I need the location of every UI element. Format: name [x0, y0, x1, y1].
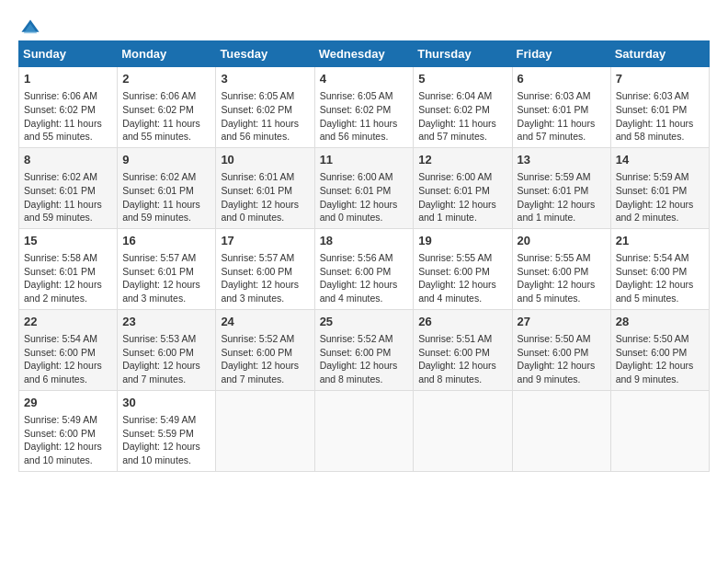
- calendar-header-saturday: Saturday: [610, 41, 709, 67]
- calendar-cell: 6Sunrise: 6:03 AMSunset: 6:01 PMDaylight…: [512, 67, 610, 148]
- calendar-cell: [512, 390, 610, 471]
- day-info-line: Sunrise: 6:04 AM: [418, 90, 492, 101]
- day-info-line: Daylight: 11 hours: [418, 118, 496, 129]
- calendar-cell: 30Sunrise: 5:49 AMSunset: 5:59 PMDayligh…: [118, 390, 216, 471]
- calendar-cell: 21Sunrise: 5:54 AMSunset: 6:00 PMDayligh…: [610, 228, 709, 309]
- day-number: 10: [221, 152, 309, 168]
- day-info-line: Sunset: 6:02 PM: [221, 104, 292, 115]
- day-info-line: Daylight: 11 hours: [122, 118, 200, 129]
- day-number: 12: [418, 152, 506, 168]
- day-info-line: Daylight: 12 hours: [518, 360, 596, 371]
- day-info-line: Daylight: 12 hours: [24, 441, 102, 452]
- day-info-line: and 5 minutes.: [518, 293, 581, 304]
- calendar-cell: 23Sunrise: 5:53 AMSunset: 6:00 PMDayligh…: [118, 309, 216, 390]
- day-number: 22: [24, 314, 112, 330]
- day-info-line: Sunrise: 5:54 AM: [616, 252, 689, 263]
- calendar-header-monday: Monday: [118, 41, 216, 67]
- day-info-line: Sunset: 6:01 PM: [221, 185, 292, 196]
- day-info-line: and 7 minutes.: [221, 373, 284, 385]
- day-number: 23: [122, 314, 210, 330]
- day-info-line: Sunset: 6:00 PM: [24, 347, 96, 358]
- day-info-line: Sunset: 6:02 PM: [122, 104, 194, 115]
- day-info-line: Sunset: 6:01 PM: [616, 104, 688, 115]
- day-info-line: Sunrise: 5:49 AM: [122, 414, 196, 425]
- day-number: 29: [24, 395, 112, 411]
- day-info-line: Sunset: 6:02 PM: [24, 104, 96, 115]
- calendar-cell: 27Sunrise: 5:50 AMSunset: 6:00 PMDayligh…: [512, 309, 610, 390]
- logo: [18, 18, 40, 33]
- day-info-line: and 56 minutes.: [320, 131, 389, 142]
- calendar-cell: 28Sunrise: 5:50 AMSunset: 6:00 PMDayligh…: [610, 309, 709, 390]
- day-info-line: Daylight: 12 hours: [221, 199, 299, 210]
- calendar-cell: [314, 390, 414, 471]
- day-number: 30: [122, 395, 210, 411]
- calendar-cell: 25Sunrise: 5:52 AMSunset: 6:00 PMDayligh…: [314, 309, 414, 390]
- day-number: 28: [616, 314, 704, 330]
- day-info-line: Sunset: 6:00 PM: [24, 428, 96, 439]
- day-info-line: Sunset: 6:01 PM: [616, 185, 688, 196]
- day-info-line: and 59 minutes.: [24, 212, 93, 223]
- calendar-cell: 13Sunrise: 5:59 AMSunset: 6:01 PMDayligh…: [512, 147, 610, 228]
- day-info-line: Daylight: 12 hours: [616, 199, 694, 210]
- calendar-cell: 5Sunrise: 6:04 AMSunset: 6:02 PMDaylight…: [414, 67, 512, 148]
- day-number: 16: [122, 233, 210, 249]
- day-number: 14: [616, 152, 704, 168]
- day-info-line: and 4 minutes.: [320, 293, 383, 304]
- day-info-line: and 2 minutes.: [616, 212, 679, 223]
- day-info-line: Sunrise: 5:59 AM: [518, 171, 591, 182]
- calendar-cell: 29Sunrise: 5:49 AMSunset: 6:00 PMDayligh…: [19, 390, 118, 471]
- day-info-line: Sunrise: 6:03 AM: [616, 90, 689, 101]
- logo-icon: [20, 18, 40, 39]
- day-info-line: Sunset: 6:02 PM: [418, 104, 490, 115]
- day-info-line: Sunrise: 6:05 AM: [320, 90, 393, 101]
- day-info-line: Daylight: 12 hours: [418, 279, 496, 290]
- day-info-line: Sunset: 6:00 PM: [616, 347, 688, 358]
- day-info-line: and 57 minutes.: [518, 131, 586, 142]
- day-info-line: Daylight: 11 hours: [616, 118, 694, 129]
- day-number: 26: [418, 314, 506, 330]
- calendar-header-row: SundayMondayTuesdayWednesdayThursdayFrid…: [19, 41, 710, 67]
- day-info-line: Daylight: 12 hours: [418, 199, 496, 210]
- day-number: 21: [616, 233, 704, 249]
- day-info-line: Sunset: 6:01 PM: [24, 185, 96, 196]
- day-number: 24: [221, 314, 309, 330]
- day-number: 1: [24, 71, 112, 87]
- day-info-line: Daylight: 11 hours: [221, 118, 299, 129]
- day-info-line: Sunset: 6:00 PM: [221, 266, 292, 277]
- day-info-line: and 58 minutes.: [616, 131, 685, 142]
- day-info-line: Sunset: 6:01 PM: [24, 266, 96, 277]
- day-info-line: and 5 minutes.: [616, 293, 679, 304]
- day-number: 5: [418, 71, 506, 87]
- day-info-line: Daylight: 12 hours: [320, 199, 398, 210]
- day-info-line: Daylight: 12 hours: [518, 279, 596, 290]
- day-info-line: Sunset: 6:00 PM: [320, 347, 392, 358]
- day-info-line: Daylight: 12 hours: [122, 441, 200, 452]
- calendar-cell: 9Sunrise: 6:02 AMSunset: 6:01 PMDaylight…: [118, 147, 216, 228]
- day-info-line: and 1 minute.: [518, 212, 576, 223]
- day-info-line: and 3 minutes.: [122, 293, 186, 304]
- day-info-line: Sunset: 6:01 PM: [418, 185, 490, 196]
- calendar-week-2: 8Sunrise: 6:02 AMSunset: 6:01 PMDaylight…: [19, 147, 710, 228]
- calendar-header-friday: Friday: [512, 41, 610, 67]
- day-number: 18: [320, 233, 409, 249]
- calendar-cell: 10Sunrise: 6:01 AMSunset: 6:01 PMDayligh…: [216, 147, 314, 228]
- day-info-line: Sunset: 6:01 PM: [518, 104, 589, 115]
- calendar-week-3: 15Sunrise: 5:58 AMSunset: 6:01 PMDayligh…: [19, 228, 710, 309]
- day-info-line: Sunset: 6:01 PM: [320, 185, 392, 196]
- day-number: 2: [122, 71, 210, 87]
- day-info-line: Daylight: 12 hours: [24, 360, 102, 371]
- day-info-line: Sunset: 6:00 PM: [518, 266, 589, 277]
- day-info-line: Daylight: 12 hours: [320, 360, 398, 371]
- day-info-line: Sunset: 6:02 PM: [320, 104, 392, 115]
- day-info-line: Sunrise: 6:05 AM: [221, 90, 294, 101]
- day-info-line: Sunrise: 5:55 AM: [418, 252, 492, 263]
- day-info-line: Sunset: 6:00 PM: [221, 347, 292, 358]
- calendar-cell: [216, 390, 314, 471]
- day-info-line: Daylight: 12 hours: [122, 279, 200, 290]
- day-info-line: Sunset: 6:00 PM: [616, 266, 688, 277]
- calendar-cell: 26Sunrise: 5:51 AMSunset: 6:00 PMDayligh…: [414, 309, 512, 390]
- calendar-cell: 7Sunrise: 6:03 AMSunset: 6:01 PMDaylight…: [610, 67, 709, 148]
- day-info-line: Sunrise: 6:02 AM: [24, 171, 97, 182]
- day-info-line: Daylight: 11 hours: [24, 118, 102, 129]
- calendar-cell: 12Sunrise: 6:00 AMSunset: 6:01 PMDayligh…: [414, 147, 512, 228]
